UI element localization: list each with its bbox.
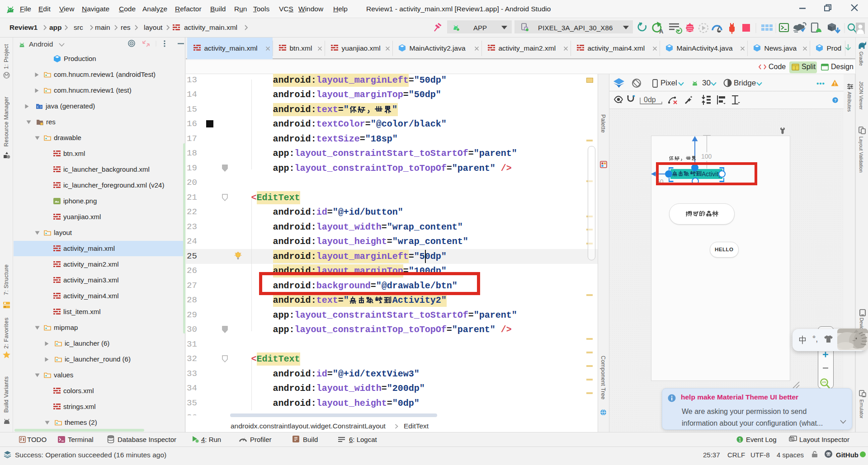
svg-text:A: A <box>659 28 664 35</box>
svg-text:?: ? <box>834 98 836 103</box>
svg-text:1: 1 <box>738 437 741 442</box>
